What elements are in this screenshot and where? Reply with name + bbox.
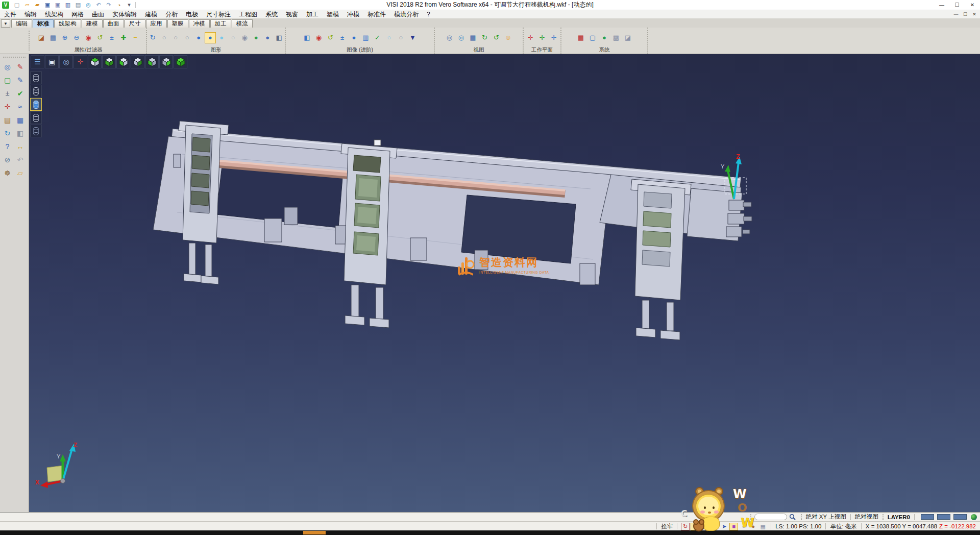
workplane-align-icon[interactable]: ✛ [536,32,548,43]
menu-wireframe[interactable]: 线架构 [41,10,67,18]
magic-wand-icon[interactable]: ✶ [691,523,699,530]
taskbar-item[interactable] [303,531,326,534]
view-right-cube-icon[interactable] [159,55,173,68]
sketch-ellipse-icon[interactable]: ✎ [14,74,27,87]
menu-mesh[interactable]: 网格 [67,10,88,18]
tab-dimension[interactable]: 尺寸 [125,19,145,28]
adv-show-cube-icon[interactable]: ◧ [302,32,313,43]
regen-icon[interactable]: ↻ [148,32,159,43]
help-icon[interactable]: ? [1,140,14,153]
menu-system[interactable]: 系统 [261,10,282,18]
view-top-cube-icon[interactable] [88,55,102,68]
undo-icon[interactable]: ↶ [94,1,103,9]
workplane-edit-icon[interactable]: ✛ [548,32,559,43]
shade-ghost-cyl-icon[interactable] [30,125,42,137]
maximize-button[interactable]: ☐ [949,0,965,10]
shade-shaded-cyl-icon[interactable] [30,98,42,111]
csys-axes-icon[interactable]: ✛ [1,100,14,113]
menu-drawing[interactable]: 工程图 [235,10,261,18]
shade-wireframe-cyl-icon[interactable] [30,71,42,84]
fit-view-icon[interactable]: ▣ [45,55,59,68]
refresh-view-icon[interactable]: ↺ [491,32,502,43]
tab-die[interactable]: 冲模 [189,19,210,28]
absolute-view-indicator[interactable]: 绝对视图 [854,513,879,521]
menu-dimension[interactable]: 尺寸标注 [202,10,235,18]
menu-solid-edit[interactable]: 实体编辑 [108,10,141,18]
adv-cone-icon[interactable]: ▼ [407,32,419,43]
box-select-icon[interactable]: ▢ [1,74,14,87]
status-help-icon[interactable]: ? [710,523,719,530]
image-settings-icon[interactable]: ◧ [274,32,285,43]
shirt-icon[interactable]: ○ [739,523,748,530]
workplane-create-icon[interactable]: ✛ [525,32,536,43]
compass-icon[interactable]: ☸ [1,166,14,180]
tab-modeling[interactable]: 建模 [82,19,103,28]
flat-cylinder-icon[interactable]: ○ [228,32,239,43]
mdi-restore-button[interactable]: ☐ [961,12,970,17]
redo-icon[interactable]: ↷ [104,1,113,9]
tab-surface[interactable]: 曲面 [103,19,124,28]
color-swatch-2[interactable] [937,514,950,520]
shaded-edges-cylinder-icon[interactable]: ● [205,32,216,43]
shaded-cylinder-icon[interactable]: ● [193,32,205,43]
minimize-button[interactable]: — [934,0,949,10]
search-icon[interactable] [789,514,796,520]
monitor-icon[interactable]: ▢ [587,32,598,43]
tabbar-dropdown-icon[interactable]: ▼ [1,19,10,28]
search-input[interactable] [754,514,787,520]
view-cube-toggle-icon[interactable]: ■ [729,523,738,530]
menu-file[interactable]: 文件 [0,10,20,18]
adv-wire-cylinder-icon[interactable]: ○ [396,32,407,43]
zoom-select-icon[interactable]: ◎ [1,60,14,74]
export-cube-icon[interactable]: ➤ [720,523,728,530]
menu-moldflow[interactable]: 模流分析 [390,10,423,18]
color-swatch-3[interactable] [953,514,967,520]
teddy-icon[interactable]: ● [749,523,757,530]
render-face-icon[interactable]: ☺ [503,32,514,43]
view-frame-icon[interactable]: ▦ [468,32,479,43]
open-library-icon[interactable]: ▱ [14,166,27,180]
copy-image-icon[interactable]: ● [262,32,274,43]
menu-die[interactable]: 冲模 [343,10,363,18]
save-as-icon[interactable]: ▣ [53,1,62,9]
adv-traffic-light-icon[interactable]: ◉ [313,32,325,43]
shade-flat-cyl-icon[interactable] [30,111,42,124]
confirm-check-icon[interactable]: ✔ [14,87,27,100]
menu-surface[interactable]: 曲面 [88,10,108,18]
adv-check-cylinder-icon[interactable]: ✓ [372,32,383,43]
view-lock-indicator[interactable]: 绝对 XY 上视图 [805,513,847,521]
toggle-visibility-icon[interactable]: ± [106,32,117,43]
macro-timer-icon[interactable]: ◔ [114,1,124,9]
tab-machining[interactable]: 加工 [210,19,231,28]
viewbar-menu-icon[interactable]: ☰ [31,55,44,68]
adv-refresh-icon[interactable]: ↺ [325,32,336,43]
mdi-close-button[interactable]: ✕ [970,12,979,17]
adv-toggle-icon[interactable]: ± [337,32,348,43]
zoom-window-icon[interactable]: ◎ [456,32,467,43]
measure-icon[interactable]: ↔ [14,140,27,153]
print-icon[interactable]: ▤ [74,1,83,9]
point-grid-icon[interactable]: ▩ [610,32,622,43]
print-preview-icon[interactable]: ◎ [84,1,93,9]
graphics-viewport[interactable]: Z Y X Y Z ☰ [29,54,980,512]
tab-film[interactable]: 塑膜 [167,19,188,28]
shade-hidden-cyl-icon[interactable] [30,85,42,98]
open-part-icon[interactable]: ▰ [33,1,42,9]
right-tower[interactable] [631,179,691,340]
new-document-icon[interactable]: ▢ [12,1,21,9]
traffic-light-filter-icon[interactable]: ◉ [83,32,94,43]
menu-standard-parts[interactable]: 标准件 [363,10,390,18]
transparent-cylinder-icon[interactable]: ● [216,32,228,43]
quickbar-dropdown-icon[interactable]: ▾ [125,1,134,9]
menu-analysis[interactable]: 分析 [161,10,182,18]
hide-all-icon[interactable]: − [130,32,141,43]
tab-standard[interactable]: 标准 [33,19,54,28]
page-filter-icon[interactable]: ▤ [47,32,59,43]
menu-electrode[interactable]: 电极 [182,10,202,18]
sphere-render-icon[interactable]: ● [599,32,610,43]
plane-grid-icon[interactable]: ▦ [758,523,767,530]
wireframe-cylinder-icon[interactable]: ○ [159,32,170,43]
show-entities-icon[interactable]: ⊕ [59,32,70,43]
menu-help[interactable]: ? [423,10,434,18]
hide-entities-icon[interactable]: ⊖ [71,32,82,43]
